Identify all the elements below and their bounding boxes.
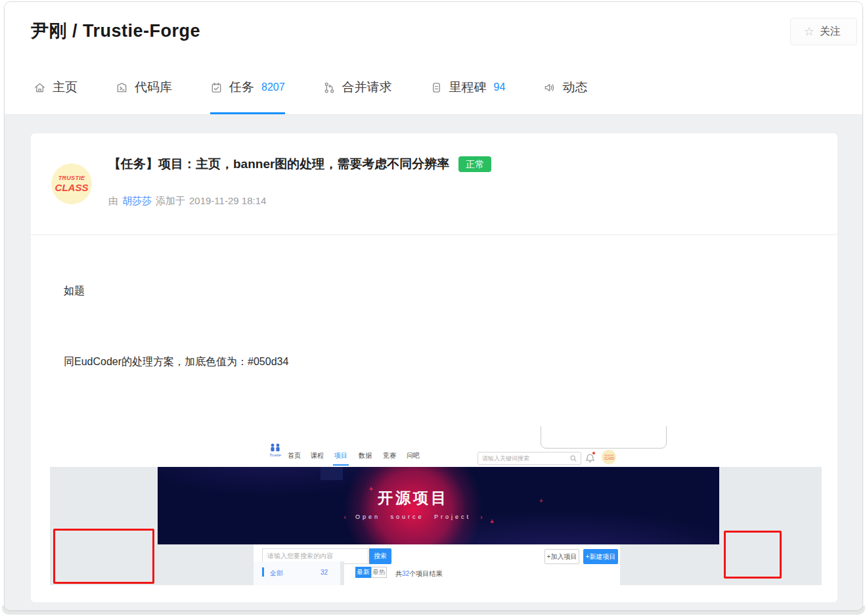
embedded-trustie-logo: Trustie [267, 443, 283, 457]
tab-repository-label: 代码库 [135, 79, 172, 96]
follow-button-label: 关注 [820, 25, 841, 39]
tab-tasks-label: 任务 [229, 79, 254, 96]
project-title: 尹刚 / Trustie-Forge [31, 19, 200, 43]
tab-merge-requests-label: 合并请求 [342, 79, 392, 96]
trustie-logo-icon [269, 443, 281, 453]
embedded-nav-data: 数据 [359, 451, 372, 460]
project-avatar[interactable]: TRUSTIE CLASS [51, 164, 92, 204]
status-badge: 正常 [458, 156, 491, 172]
embedded-search-button: 搜索 [369, 548, 391, 564]
banner-light-patch [321, 467, 343, 480]
project-tabbar: 主页 代码库 任务 8207 合并请求 里程碑 94 动态 [5, 62, 862, 115]
banner-text: 开源项目 ‹ Open source Project › [344, 488, 482, 521]
embedded-avatar-text-bottom: CLASS [604, 457, 614, 459]
chevron-right-icon: › [480, 513, 483, 521]
task-timestamp: 2019-11-29 18:14 [189, 195, 266, 208]
task-body-line-1: 如题 [64, 284, 85, 298]
embedded-user-avatar: TRUSTIE CLASS [602, 450, 616, 464]
activity-icon [543, 81, 556, 94]
embedded-filter-sidebar: 全部 32 [254, 561, 340, 585]
task-title: 【任务】项目：主页，banner图的处理，需要考虑不同分辨率 [108, 156, 449, 173]
avatar-text-bottom: CLASS [55, 182, 89, 193]
search-icon [569, 454, 577, 462]
task-card: TRUSTIE CLASS 【任务】项目：主页，banner图的处理，需要考虑不… [31, 133, 837, 602]
embedded-join-project-button: +加入项目 [545, 549, 579, 564]
milestone-icon [430, 81, 443, 94]
task-title-row: 【任务】项目：主页，banner图的处理，需要考虑不同分辨率 正常 [108, 156, 491, 173]
home-icon [33, 81, 46, 94]
annotation-rectangle-left [53, 529, 154, 584]
embedded-nav-projects: 项目 [334, 451, 347, 460]
tab-tasks[interactable]: 任务 8207 [210, 62, 285, 114]
results-prefix: 共 [395, 570, 402, 577]
meta-prefix: 由 [108, 195, 118, 208]
embedded-results-count: 共32个项目结果 [395, 569, 442, 579]
chevron-left-icon: ‹ [344, 513, 346, 521]
embedded-navbar: Trustie 首页 课程 项目 数据 竞赛 问吧 请输入关键词搜索 [50, 426, 822, 467]
banner-subtitle: Open source Project [355, 514, 471, 520]
follow-button[interactable]: ☆ 关注 [790, 18, 857, 45]
star-icon: ☆ [804, 26, 814, 37]
panel-gap [340, 561, 344, 585]
banner-plus-mark: + [490, 518, 494, 525]
results-number: 32 [402, 570, 409, 577]
embedded-sort-newest: 最新 [355, 567, 371, 578]
card-divider [31, 234, 837, 235]
results-suffix: 个项目结果 [409, 570, 442, 577]
active-filter-bar [262, 567, 264, 577]
tab-milestones-label: 里程碑 [449, 79, 487, 96]
tab-activity-label: 动态 [562, 79, 587, 96]
tab-home[interactable]: 主页 [33, 62, 78, 114]
embedded-nav-courses: 课程 [311, 451, 324, 460]
embedded-search-placeholder: 请输入您要搜索的内容 [267, 552, 333, 561]
notification-dot [592, 452, 595, 454]
filter-all-label: 全部 [270, 569, 283, 578]
bell-icon [585, 452, 596, 464]
merge-icon [323, 81, 336, 94]
avatar-text-top: TRUSTIE [58, 175, 85, 181]
banner-title: 开源项目 [344, 488, 482, 508]
embedded-nav-forum: 问吧 [407, 451, 420, 460]
embedded-page-body: + + + 开源项目 ‹ Open source Project › [50, 467, 822, 585]
attachment-screenshot-image[interactable]: Trustie 首页 课程 项目 数据 竞赛 问吧 请输入关键词搜索 [50, 426, 822, 585]
app-window: 尹刚 / Trustie-Forge ☆ 关注 主页 代码库 任务 8207 合… [4, 1, 863, 611]
content-area: TRUSTIE CLASS 【任务】项目：主页，banner图的处理，需要考虑不… [5, 115, 862, 611]
task-meta: 由 胡莎莎 添加于 2019-11-29 18:14 [108, 195, 266, 208]
tab-home-label: 主页 [53, 79, 78, 96]
tab-milestones[interactable]: 里程碑 94 [430, 62, 506, 114]
embedded-content-panel: 请输入您要搜索的内容 搜索 +加入项目 +新建项目 全部 32 最新 最热 [254, 544, 620, 585]
embedded-sort-hottest: 最热 [371, 567, 387, 578]
embedded-open-dropdown-panel [541, 426, 667, 449]
filter-all-count: 32 [321, 569, 328, 576]
banner-plus-mark: + [539, 497, 543, 504]
embedded-brand-text: Trustie [267, 453, 283, 457]
meta-middle: 添加于 [156, 195, 185, 208]
embedded-nav-search-input: 请输入关键词搜索 [478, 452, 581, 465]
embedded-banner: + + + 开源项目 ‹ Open source Project › [158, 467, 719, 544]
tasks-icon [210, 81, 223, 94]
tab-tasks-count: 8207 [261, 81, 285, 93]
embedded-nav-competitions: 竞赛 [383, 451, 396, 460]
tab-merge-requests[interactable]: 合并请求 [323, 62, 392, 114]
repo-icon [116, 81, 128, 94]
banner-subtitle-row: ‹ Open source Project › [344, 513, 482, 521]
embedded-new-project-button: +新建项目 [583, 549, 618, 564]
project-header: 尹刚 / Trustie-Forge ☆ 关注 [5, 2, 862, 62]
embedded-nav-active-underline [333, 464, 349, 466]
embedded-nav-search-placeholder: 请输入关键词搜索 [482, 454, 529, 463]
tab-repository[interactable]: 代码库 [116, 62, 172, 114]
embedded-avatar-text-top: TRUSTIE [604, 454, 613, 456]
task-body-line-2: 同EudCoder的处理方案，加底色值为：#050d34 [64, 355, 288, 369]
author-link[interactable]: 胡莎莎 [122, 195, 152, 208]
tab-milestones-count: 94 [494, 81, 506, 93]
annotation-rectangle-right [724, 531, 782, 579]
tab-activity[interactable]: 动态 [543, 62, 587, 114]
embedded-nav-home: 首页 [288, 451, 301, 460]
